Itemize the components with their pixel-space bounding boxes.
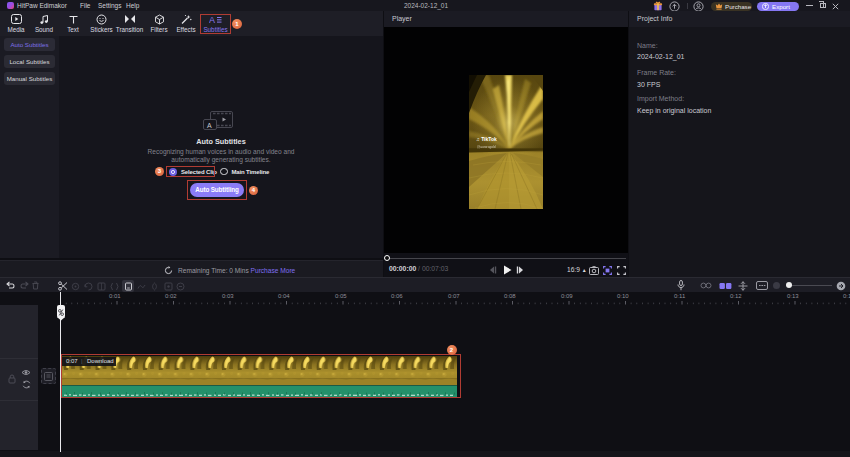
svg-text:♫ TikTok: ♫ TikTok <box>476 136 497 142</box>
svg-text:@auroragold: @auroragold <box>477 145 496 149</box>
svg-text:A: A <box>207 122 212 129</box>
